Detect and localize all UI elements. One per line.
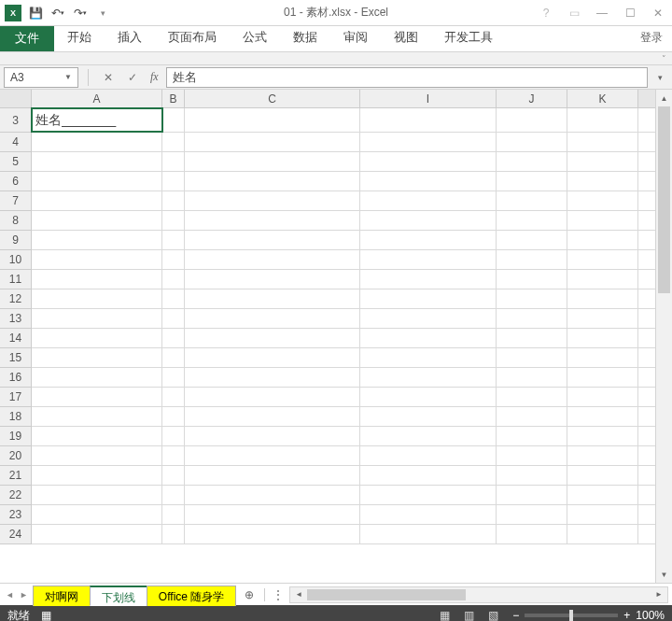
- cell[interactable]: [162, 231, 185, 249]
- row-header[interactable]: 20: [0, 446, 31, 466]
- undo-icon[interactable]: ↶▾: [49, 4, 67, 22]
- cell[interactable]: [162, 191, 185, 210]
- formula-expand-icon[interactable]: ▾: [651, 73, 668, 82]
- cell[interactable]: [32, 211, 162, 230]
- cell[interactable]: [185, 211, 360, 230]
- cell[interactable]: [567, 172, 638, 191]
- cell[interactable]: [567, 466, 638, 485]
- cell[interactable]: [360, 427, 497, 445]
- cell[interactable]: [360, 270, 497, 289]
- cell[interactable]: [567, 388, 638, 406]
- sheet-nav-prev-icon[interactable]: ◄: [6, 590, 14, 600]
- cell[interactable]: [32, 486, 162, 504]
- scroll-down-icon[interactable]: ▼: [656, 566, 672, 583]
- zoom-in-icon[interactable]: +: [623, 609, 630, 621]
- row-header[interactable]: 10: [0, 250, 31, 270]
- cell[interactable]: [162, 309, 185, 328]
- cell[interactable]: [497, 172, 567, 191]
- cell[interactable]: [185, 446, 360, 465]
- macro-record-icon[interactable]: ▦: [41, 609, 51, 621]
- row-header[interactable]: 16: [0, 368, 31, 388]
- cell[interactable]: [567, 211, 638, 230]
- cell[interactable]: [497, 348, 567, 367]
- column-header[interactable]: I: [360, 90, 497, 107]
- maximize-icon[interactable]: ☐: [616, 2, 644, 24]
- cell[interactable]: [360, 525, 497, 543]
- zoom-out-icon[interactable]: −: [512, 609, 519, 621]
- cell[interactable]: [497, 407, 567, 426]
- ribbon-display-icon[interactable]: ▭: [560, 2, 588, 24]
- cell[interactable]: [32, 505, 162, 524]
- cell[interactable]: [567, 329, 638, 347]
- cell[interactable]: [162, 505, 185, 524]
- row-header[interactable]: 3: [0, 108, 31, 133]
- row-header[interactable]: 12: [0, 289, 31, 309]
- select-all-corner[interactable]: [0, 90, 32, 108]
- cell[interactable]: [185, 231, 360, 249]
- close-icon[interactable]: ✕: [644, 2, 672, 24]
- row-header[interactable]: 14: [0, 329, 31, 348]
- cell[interactable]: [32, 525, 162, 543]
- cell[interactable]: [185, 191, 360, 210]
- row-header[interactable]: 9: [0, 231, 31, 250]
- save-icon[interactable]: 💾: [26, 4, 45, 22]
- cell[interactable]: [360, 407, 497, 426]
- cell[interactable]: [32, 407, 162, 426]
- column-header[interactable]: J: [497, 90, 567, 107]
- cell[interactable]: [497, 108, 567, 132]
- cell[interactable]: [32, 466, 162, 485]
- row-header[interactable]: 17: [0, 388, 31, 407]
- cell[interactable]: [32, 231, 162, 249]
- cancel-icon[interactable]: ✕: [98, 67, 119, 88]
- sheet-tab[interactable]: Office 随身学: [147, 586, 236, 606]
- cell[interactable]: [32, 270, 162, 289]
- cell[interactable]: [360, 231, 497, 249]
- cell[interactable]: [185, 368, 360, 387]
- cell[interactable]: [497, 466, 567, 485]
- cell[interactable]: [497, 446, 567, 465]
- cell[interactable]: [497, 505, 567, 524]
- cell[interactable]: [185, 309, 360, 328]
- cell[interactable]: [185, 505, 360, 524]
- cell[interactable]: [162, 289, 185, 308]
- row-header[interactable]: 21: [0, 466, 31, 486]
- cell[interactable]: [185, 108, 360, 132]
- row-header[interactable]: 19: [0, 427, 31, 446]
- cell[interactable]: [32, 427, 162, 445]
- cell[interactable]: [32, 329, 162, 347]
- cell[interactable]: [567, 289, 638, 308]
- cell[interactable]: [32, 152, 162, 171]
- cell[interactable]: [567, 525, 638, 543]
- row-header[interactable]: 11: [0, 270, 31, 289]
- cell[interactable]: [497, 231, 567, 249]
- cell[interactable]: [185, 466, 360, 485]
- fx-icon[interactable]: fx: [147, 70, 162, 84]
- row-header[interactable]: 6: [0, 172, 31, 191]
- cell[interactable]: [567, 108, 638, 132]
- row-header[interactable]: 13: [0, 309, 31, 329]
- row-header[interactable]: 23: [0, 505, 31, 525]
- cell[interactable]: [162, 427, 185, 445]
- tab-file[interactable]: 文件: [0, 25, 54, 51]
- name-box[interactable]: A3 ▼: [4, 67, 78, 88]
- cell[interactable]: [497, 329, 567, 347]
- cell[interactable]: [360, 486, 497, 504]
- scroll-left-icon[interactable]: ◄: [290, 590, 307, 599]
- cell[interactable]: [32, 133, 162, 151]
- vscroll-thumb[interactable]: [658, 106, 670, 293]
- cell[interactable]: [162, 486, 185, 504]
- tab-developer[interactable]: 开发工具: [431, 23, 506, 51]
- cell[interactable]: [32, 348, 162, 367]
- cell[interactable]: [360, 368, 497, 387]
- cell[interactable]: [185, 388, 360, 406]
- formula-input[interactable]: 姓名: [166, 67, 648, 88]
- cell[interactable]: [162, 108, 185, 132]
- cell[interactable]: [497, 427, 567, 445]
- cell[interactable]: [360, 250, 497, 269]
- cell[interactable]: [567, 446, 638, 465]
- cell[interactable]: [185, 133, 360, 151]
- cell[interactable]: [32, 250, 162, 269]
- cell[interactable]: [497, 289, 567, 308]
- ribbon-expand-icon[interactable]: ˅: [662, 54, 666, 64]
- sign-in-link[interactable]: 登录: [631, 24, 672, 51]
